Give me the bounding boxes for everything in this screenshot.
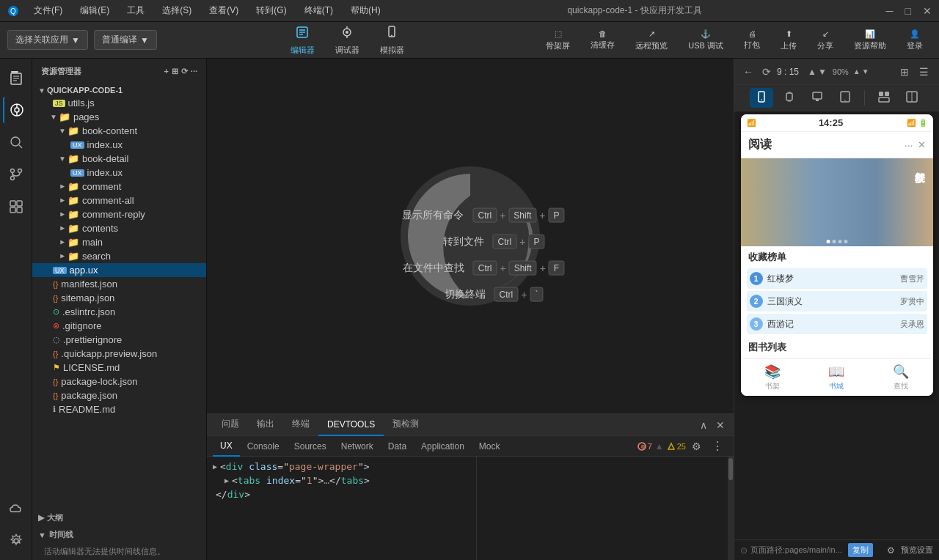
folder-comment-reply[interactable]: ▼ 📁 comment-reply — [32, 207, 206, 221]
settings-icon[interactable]: ⚙ — [887, 545, 895, 556]
subtab-network[interactable]: Network — [334, 436, 381, 457]
folder-pages[interactable]: ▼ 📁 pages — [32, 110, 206, 124]
file-book-detail-index[interactable]: UX index.ux — [32, 166, 206, 180]
folder-main[interactable]: ▼ 📁 main — [32, 235, 206, 249]
app-selector[interactable]: 选择关联应用 ▼ — [7, 30, 88, 50]
folder-contents[interactable]: ▼ 📁 contents — [32, 221, 206, 235]
menu-help[interactable]: 帮助(H) — [348, 3, 384, 18]
zoom-down-btn[interactable]: ▼ — [862, 67, 869, 75]
html-line-2[interactable]: ▶ <tabs index="1">…</tabs> — [213, 474, 470, 487]
subtab-data[interactable]: Data — [381, 436, 414, 457]
file-package-lock[interactable]: {} package-lock.json — [32, 375, 206, 388]
tab-output[interactable]: 输出 — [248, 414, 283, 436]
folder-book-content[interactable]: ▼ 📁 book-content — [32, 124, 206, 138]
subtab-sources[interactable]: Sources — [287, 436, 334, 457]
activity-explorer[interactable] — [3, 97, 29, 123]
file-sitemap-json[interactable]: {} sitemap.json — [32, 291, 206, 305]
folder-book-detail[interactable]: ▼ 📁 book-detail — [32, 152, 206, 166]
tab-issues[interactable]: 问题 — [213, 414, 248, 436]
activity-extensions[interactable] — [3, 194, 29, 220]
devtools-more-btn[interactable]: ⋮ — [707, 438, 728, 454]
tab-search[interactable]: 🔍 查找 — [869, 359, 932, 396]
preview-settings-label[interactable]: 预览设置 — [901, 545, 933, 556]
html-line-1[interactable]: ▶ <div class="page-wrapper"> — [213, 460, 470, 474]
activity-files[interactable] — [3, 65, 29, 91]
folder-comment-all[interactable]: ▼ 📁 comment-all — [32, 194, 206, 207]
maximize-btn[interactable]: □ — [905, 5, 911, 17]
file-prettierignore[interactable]: ◌ .prettierignore — [32, 333, 206, 347]
zoom-up-btn[interactable]: ▲ — [853, 67, 861, 75]
tab-terminal[interactable]: 终端 — [283, 414, 318, 436]
nav-back-btn[interactable]: ← — [740, 65, 756, 79]
device-phone-btn[interactable] — [750, 88, 773, 108]
close-btn[interactable]: ✕ — [923, 5, 932, 17]
panel-close-btn[interactable]: ✕ — [713, 418, 728, 432]
device-tablet-btn[interactable] — [833, 88, 857, 108]
subtab-ux[interactable]: UX — [213, 436, 240, 457]
activity-settings[interactable] — [3, 528, 29, 554]
print-btn[interactable]: 🖨 打包 — [735, 26, 769, 54]
menu-file[interactable]: 文件(F) — [31, 3, 65, 18]
html-line-3[interactable]: </div> — [213, 487, 470, 501]
nav-refresh-btn[interactable]: ⟳ — [759, 65, 774, 79]
file-app-ux[interactable]: UX app.ux — [32, 263, 206, 277]
new-file-icon[interactable]: + — [164, 67, 168, 76]
remote-preview-btn[interactable]: ↗ 远程预览 — [626, 26, 676, 54]
menu-goto[interactable]: 转到(G) — [253, 3, 289, 18]
tab-shelf[interactable]: 📚 书架 — [741, 359, 805, 396]
menu-select[interactable]: 选择(S) — [159, 3, 194, 18]
tab-devtools[interactable]: DEVTOOLS — [318, 414, 384, 436]
panel-expand-btn[interactable]: ∧ — [697, 418, 710, 432]
outline-section[interactable]: ▶ 大纲 — [32, 509, 206, 526]
subtab-application[interactable]: Application — [414, 436, 472, 457]
clear-cache-btn[interactable]: 🗑 清缓存 — [582, 26, 624, 54]
time-up-btn[interactable]: ▲ — [808, 67, 816, 77]
file-package-json[interactable]: {} package.json — [32, 388, 206, 402]
file-manifest-json[interactable]: {} manifest.json — [32, 277, 206, 291]
menu-terminal[interactable]: 终端(T) — [302, 3, 336, 18]
file-eslintrc[interactable]: ⊙ .eslintrc.json — [32, 305, 206, 319]
editor-btn[interactable]: 编辑器 — [282, 22, 324, 59]
file-readme[interactable]: ℹ README.md — [32, 402, 206, 416]
folder-search[interactable]: ▼ 📁 search — [32, 249, 206, 263]
folder-comment[interactable]: ▼ 📁 comment — [32, 180, 206, 194]
file-quickapp-preview[interactable]: {} .quickapp.preview.json — [32, 347, 206, 361]
tab-bookstore[interactable]: 📖 书城 — [805, 359, 869, 396]
tab-precheck[interactable]: 预检测 — [384, 414, 428, 436]
copy-btn[interactable]: 复制 — [848, 543, 873, 557]
layout-full-btn[interactable] — [900, 88, 924, 108]
login-btn[interactable]: 👤 登录 — [898, 26, 932, 54]
grid-view-btn[interactable]: ⊞ — [896, 64, 913, 80]
usb-debug-btn[interactable]: ⚓ USB 调试 — [679, 26, 732, 54]
subtab-mock[interactable]: Mock — [472, 436, 508, 457]
activity-git[interactable] — [3, 161, 29, 188]
skeleton-btn[interactable]: ⬚ 骨架屏 — [537, 26, 579, 54]
subtab-console[interactable]: Console — [240, 436, 287, 457]
file-utils-js[interactable]: JS utils.js — [32, 96, 206, 110]
menu-view[interactable]: 查看(V) — [206, 3, 241, 18]
devtools-gear-btn[interactable]: ⚙ — [687, 439, 706, 454]
vertical-scrollbar[interactable] — [728, 457, 734, 560]
resource-btn[interactable]: 📊 资源帮助 — [845, 26, 895, 54]
device-tv-btn[interactable] — [805, 88, 829, 108]
upload-btn[interactable]: ⬆ 上传 — [772, 26, 805, 54]
time-down-btn[interactable]: ▼ — [818, 67, 827, 77]
new-folder-icon[interactable]: ⊞ — [172, 67, 178, 76]
timeline-section[interactable]: ▼ 时间线 — [32, 526, 206, 543]
list-view-btn[interactable]: ☰ — [915, 64, 933, 80]
menu-edit[interactable]: 编辑(E) — [77, 3, 112, 18]
activity-cloud[interactable] — [3, 495, 29, 522]
device-watch-btn[interactable] — [778, 88, 801, 108]
project-root[interactable]: ▼ QUICKAPP-CODE-1 — [32, 84, 206, 96]
compile-selector[interactable]: 普通编译 ▼ — [94, 30, 157, 50]
minimize-btn[interactable]: ─ — [886, 5, 894, 17]
more-icon[interactable]: ··· — [191, 67, 197, 76]
simulator-btn[interactable]: 模拟器 — [371, 22, 413, 59]
file-gitignore[interactable]: ⊗ .gitignore — [32, 319, 206, 333]
activity-search[interactable] — [3, 129, 29, 155]
file-license[interactable]: ⚑ LICENSE.md — [32, 361, 206, 375]
share-btn[interactable]: ↙ 分享 — [808, 26, 842, 54]
file-book-content-index[interactable]: UX index.ux — [32, 138, 206, 152]
menu-tools[interactable]: 工具 — [124, 3, 147, 18]
debugger-btn[interactable]: 调试器 — [326, 22, 368, 59]
